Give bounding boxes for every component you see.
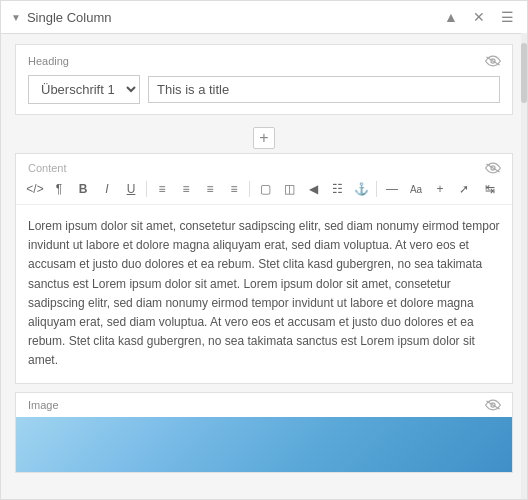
table-btn[interactable]: ◫ [278, 178, 300, 200]
list-btn-4[interactable]: ≡ [223, 178, 245, 200]
heading-row: Überschrift 1 Überschrift 2 Überschrift … [28, 75, 500, 104]
main-container: ▼ Single Column ▲ ✕ ☰ Heading Überschrif… [0, 0, 528, 500]
heading-text-input[interactable] [148, 76, 500, 103]
list-btn-2[interactable]: ≡ [175, 178, 197, 200]
special-btn[interactable]: + [429, 178, 451, 200]
scrollbar-track [521, 33, 527, 499]
bold-btn[interactable]: B [72, 178, 94, 200]
toolbar-sep-2 [249, 181, 250, 197]
list-btn-3[interactable]: ≡ [199, 178, 221, 200]
underline-btn[interactable]: U [120, 178, 142, 200]
grid-btn[interactable]: ☷ [326, 178, 348, 200]
image-section: Image [15, 392, 513, 473]
scrollbar-thumb[interactable] [521, 43, 527, 103]
heading-visibility-icon[interactable] [484, 53, 502, 71]
toolbar-sep-1 [146, 181, 147, 197]
toolbar-sep-3 [376, 181, 377, 197]
top-bar-icons: ▲ ✕ ☰ [441, 7, 517, 27]
indent-btn[interactable]: ↹ [479, 178, 501, 200]
image-label: Image [16, 393, 512, 417]
link-btn[interactable]: ◀ [302, 178, 324, 200]
top-bar: ▼ Single Column ▲ ✕ ☰ [1, 1, 527, 34]
paragraph-btn[interactable]: ¶ [48, 178, 70, 200]
menu-icon[interactable]: ☰ [497, 7, 517, 27]
up-arrow-icon[interactable]: ▲ [441, 7, 461, 27]
close-icon[interactable]: ✕ [469, 7, 489, 27]
image-preview [16, 417, 512, 472]
code-btn[interactable]: </> [24, 178, 46, 200]
content-toolbar: </> ¶ B I U ≡ ≡ ≡ ≡ ▢ ◫ ◀ ☷ ⚓ — Aa + [16, 174, 512, 205]
image-visibility-icon[interactable] [484, 397, 502, 415]
content-text[interactable]: Lorem ipsum dolor sit amet, consetetur s… [16, 205, 512, 383]
font-size-btn[interactable]: Aa [405, 178, 427, 200]
content-label: Content [16, 154, 512, 174]
list-btn-1[interactable]: ≡ [151, 178, 173, 200]
top-bar-left: ▼ Single Column [11, 10, 111, 25]
dash-btn[interactable]: — [381, 178, 403, 200]
image-btn[interactable]: ▢ [254, 178, 276, 200]
content-area: Heading Überschrift 1 Überschrift 2 Über… [1, 34, 527, 499]
heading-section: Heading Überschrift 1 Überschrift 2 Über… [15, 44, 513, 115]
top-bar-title: Single Column [27, 10, 112, 25]
heading-level-select[interactable]: Überschrift 1 Überschrift 2 Überschrift … [28, 75, 140, 104]
chevron-icon: ▼ [11, 12, 21, 23]
content-section: Content </> ¶ B I U ≡ ≡ ≡ ≡ [15, 153, 513, 384]
italic-btn[interactable]: I [96, 178, 118, 200]
fullscreen-btn[interactable]: ➚ [453, 178, 475, 200]
content-visibility-icon[interactable] [484, 160, 502, 178]
add-row: + [15, 123, 513, 153]
anchor-btn[interactable]: ⚓ [350, 178, 372, 200]
add-element-button[interactable]: + [253, 127, 275, 149]
heading-label: Heading [28, 55, 500, 67]
